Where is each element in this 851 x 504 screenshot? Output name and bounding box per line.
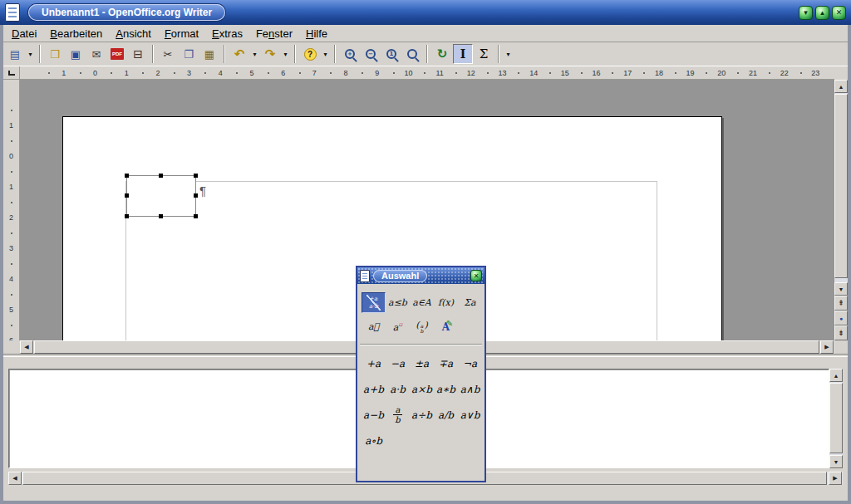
category-functions[interactable]: f(x)	[434, 292, 458, 313]
selection-handle[interactable]	[125, 174, 129, 178]
tab-stop-icon	[8, 71, 15, 76]
menu-hilfe[interactable]: Hilfe	[299, 27, 334, 41]
cut-button[interactable]: ✂	[158, 44, 178, 64]
save-button[interactable]: ▣	[66, 44, 86, 64]
new-document-dropdown[interactable]: ▾	[26, 44, 35, 64]
command-vertical-scroll-thumb[interactable]	[829, 383, 843, 453]
scroll-down-button[interactable]: ▼	[829, 455, 843, 468]
redo-icon: ↷	[265, 46, 276, 61]
symbol-plus-minus-a[interactable]: ±a	[410, 350, 434, 376]
maximize-button[interactable]: ▴	[815, 6, 829, 20]
scroll-up-button[interactable]: ▲	[829, 369, 843, 382]
symbol-a-plus-b[interactable]: a+b	[362, 376, 386, 402]
selection-handle[interactable]	[194, 174, 198, 178]
navigator-button[interactable]: ●	[834, 311, 848, 325]
selection-handle[interactable]	[159, 214, 163, 218]
window-border	[0, 501, 851, 504]
category-operators[interactable]: Σa	[458, 292, 482, 313]
menu-ansicht[interactable]: Ansicht	[109, 27, 158, 41]
symbol-a-cdot-b[interactable]: a·b	[386, 376, 410, 402]
category-others[interactable]: A✎	[434, 316, 458, 337]
auswahl-titlebar[interactable]: Auswahl ✕	[357, 267, 485, 284]
symbol-a-circ-b[interactable]: a∘b	[362, 428, 386, 453]
vertical-ruler[interactable]: 10123456	[3, 80, 20, 340]
menu-datei[interactable]: Datei	[5, 27, 43, 41]
export-pdf-button[interactable]: PDF	[107, 44, 127, 64]
redo-dropdown[interactable]: ▾	[281, 44, 290, 64]
category-formats[interactable]: a▫	[386, 316, 410, 337]
redo-button[interactable]: ↷	[260, 44, 280, 64]
arrow-left-icon: ◀	[12, 475, 17, 482]
command-vertical-scrollbar[interactable]: ▲ ▼	[829, 369, 843, 468]
next-page-button[interactable]: ⇟	[834, 325, 848, 340]
open-button[interactable]: ❒	[45, 44, 65, 64]
symbol-plus-a[interactable]: +a	[362, 350, 386, 376]
selection-handle[interactable]	[125, 193, 129, 198]
scroll-right-button[interactable]: ▶	[829, 472, 842, 485]
vertical-scroll-thumb[interactable]	[834, 94, 848, 278]
menu-fenster[interactable]: Fenster	[249, 27, 299, 41]
bracket-open: (	[416, 320, 419, 330]
category-relations[interactable]: a≤b	[386, 292, 410, 313]
print-button[interactable]: ⊟	[128, 44, 148, 64]
ruler-number: 10	[393, 66, 425, 80]
paste-button[interactable]: ▦	[199, 44, 219, 64]
selection-handle[interactable]	[159, 174, 163, 178]
window-border	[848, 25, 851, 504]
symbol-a-slash-b[interactable]: a/b	[434, 402, 458, 428]
symbol-a-minus-b[interactable]: a−b	[362, 402, 386, 428]
symbol-a-over-b[interactable]: a b	[386, 402, 410, 428]
category-brackets[interactable]: (ab)	[410, 316, 434, 337]
minimize-button[interactable]: ▾	[799, 6, 813, 20]
scroll-left-button[interactable]: ◀	[20, 340, 33, 354]
symbol-a-or-b[interactable]: a∨b	[458, 402, 482, 428]
zoom-in-button[interactable]: +	[340, 44, 360, 64]
magnifier-minus-icon: −	[366, 49, 376, 59]
menu-format[interactable]: Format	[158, 27, 205, 41]
symbol-a-and-b[interactable]: a∧b	[458, 376, 482, 402]
tab-type-selector[interactable]	[3, 66, 20, 80]
symbols-button[interactable]: Σ	[474, 44, 494, 64]
selection-handle[interactable]	[194, 214, 198, 218]
undo-button[interactable]: ↶	[229, 44, 249, 64]
toolbar-options-dropdown[interactable]: ▾	[504, 44, 513, 64]
auswahl-close-button[interactable]: ✕	[470, 270, 482, 281]
scroll-right-button[interactable]: ▶	[820, 340, 834, 354]
category-attributes[interactable]: a⃗	[362, 316, 386, 337]
menu-extras[interactable]: Extras	[205, 27, 249, 41]
close-button[interactable]: ✕	[832, 6, 846, 20]
vertical-scrollbar[interactable]: ▲ ▼ ⇞ ● ⇟	[834, 80, 848, 340]
scroll-down-button[interactable]: ▼	[834, 282, 848, 296]
copy-button[interactable]: ❐	[179, 44, 199, 64]
selection-handle[interactable]	[125, 214, 129, 218]
zoom-out-button[interactable]: −	[361, 44, 381, 64]
chevron-down-icon: ▾	[253, 51, 256, 58]
clipboard-icon: ▦	[204, 48, 214, 61]
scroll-left-button[interactable]: ◀	[8, 472, 22, 485]
send-email-button[interactable]: ✉	[86, 44, 106, 64]
menu-bearbeiten[interactable]: Bearbeiten	[43, 27, 109, 41]
new-document-button[interactable]: ▤	[5, 44, 25, 64]
titlebar[interactable]: Unbenannt1 - OpenOffice.org Writer ▾ ▴ ✕	[0, 0, 851, 25]
selection-handle[interactable]	[194, 193, 198, 198]
horizontal-ruler[interactable]: 101234567891011121314151617181920212223	[20, 66, 834, 80]
category-set-operations[interactable]: a∈A	[410, 292, 434, 313]
zoom-all-button[interactable]	[402, 44, 422, 64]
symbol-not-a[interactable]: ¬a	[458, 350, 482, 376]
help-button[interactable]: ?	[300, 44, 320, 64]
formula-cursor-button[interactable]: I	[453, 44, 473, 64]
undo-dropdown[interactable]: ▾	[250, 44, 259, 64]
help-icon: ?	[304, 48, 317, 61]
previous-page-button[interactable]: ⇞	[834, 296, 848, 311]
scroll-up-button[interactable]: ▲	[834, 80, 848, 93]
formula-object[interactable]	[126, 175, 196, 217]
help-dropdown[interactable]: ▾	[321, 44, 330, 64]
category-unary-binary-operators[interactable]: +a a·b	[362, 292, 386, 313]
symbol-a-div-b[interactable]: a÷b	[410, 402, 434, 428]
zoom-100-button[interactable]: 1	[381, 44, 401, 64]
symbol-a-ast-b[interactable]: a∗b	[434, 376, 458, 402]
symbol-minus-plus-a[interactable]: ∓a	[434, 350, 458, 376]
update-button[interactable]: ↻	[432, 44, 452, 64]
symbol-a-times-b[interactable]: a×b	[410, 376, 434, 402]
symbol-minus-a[interactable]: −a	[386, 350, 410, 376]
